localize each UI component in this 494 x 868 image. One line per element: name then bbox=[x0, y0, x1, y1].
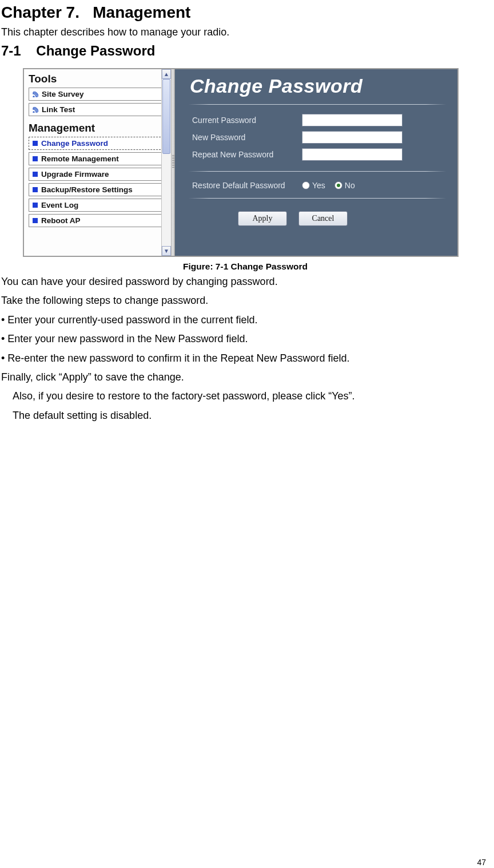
sidebar-item-site-survey[interactable]: Site Survey bbox=[29, 88, 166, 101]
body-p5: • Re-enter the new password to confirm i… bbox=[1, 352, 489, 365]
row-current-password: Current Password bbox=[175, 112, 457, 129]
square-icon bbox=[33, 187, 38, 192]
body-p7: Also, if you desire to restore to the fa… bbox=[1, 390, 489, 403]
row-repeat-password: Repeat New Password bbox=[175, 146, 457, 163]
content-pane: Change Password Current Password New Pas… bbox=[175, 69, 457, 256]
sidebar-pane: Tools Site Survey Link Test Management bbox=[24, 69, 172, 256]
label-restore-default: Restore Default Password bbox=[192, 181, 295, 190]
rss-icon bbox=[33, 107, 38, 113]
scroll-down-icon[interactable]: ▼ bbox=[162, 246, 171, 256]
radio-yes-wrap[interactable]: Yes bbox=[302, 181, 325, 190]
screenshot-figure: Tools Site Survey Link Test Management bbox=[23, 68, 459, 257]
scroll-up-icon[interactable]: ▲ bbox=[162, 69, 171, 79]
sidebar-item-backup-restore[interactable]: Backup/Restore Settings bbox=[29, 183, 166, 196]
sidebar-item-label: Backup/Restore Settings bbox=[41, 185, 133, 194]
input-new-password[interactable] bbox=[302, 131, 403, 144]
label-repeat-password: Repeat New Password bbox=[192, 150, 295, 159]
section-title: 7-1 Change Password bbox=[1, 43, 489, 59]
square-icon bbox=[33, 203, 38, 208]
sidebar-heading-tools: Tools bbox=[29, 73, 166, 85]
sidebar-item-upgrade-firmware[interactable]: Upgrade Firmware bbox=[29, 168, 166, 181]
sidebar-heading-management: Management bbox=[29, 122, 166, 134]
row-new-password: New Password bbox=[175, 129, 457, 146]
sidebar-item-label: Upgrade Firmware bbox=[41, 170, 109, 179]
sidebar-item-link-test[interactable]: Link Test bbox=[29, 103, 166, 116]
square-icon bbox=[33, 156, 38, 161]
radio-yes-label: Yes bbox=[312, 181, 325, 190]
radio-yes[interactable] bbox=[302, 181, 310, 189]
sidebar-item-label: Change Password bbox=[41, 139, 108, 148]
content-header: Change Password bbox=[175, 69, 457, 102]
apply-button[interactable]: Apply bbox=[238, 211, 287, 226]
figure-caption: Figure: 7-1 Change Password bbox=[1, 261, 489, 272]
input-current-password[interactable] bbox=[302, 114, 403, 126]
input-repeat-password[interactable] bbox=[302, 148, 403, 161]
radio-no-label: No bbox=[345, 181, 355, 190]
label-new-password: New Password bbox=[192, 133, 295, 142]
divider bbox=[189, 198, 446, 199]
divider bbox=[189, 171, 446, 172]
row-restore-default: Restore Default Password Yes No bbox=[175, 179, 457, 192]
sidebar-item-label: Event Log bbox=[41, 201, 78, 209]
body-p1: You can have your desired password by ch… bbox=[1, 275, 489, 288]
scroll-track[interactable] bbox=[162, 79, 171, 246]
sidebar-item-label: Remote Management bbox=[41, 154, 119, 163]
radio-no[interactable] bbox=[334, 181, 342, 189]
body-p3: • Enter your currently-used password in … bbox=[1, 314, 489, 327]
radio-no-wrap[interactable]: No bbox=[334, 181, 355, 190]
chapter-title: Chapter 7. Management bbox=[1, 3, 489, 22]
square-icon bbox=[33, 172, 38, 177]
scroll-thumb[interactable] bbox=[162, 79, 170, 154]
cancel-button[interactable]: Cancel bbox=[298, 211, 348, 226]
body-p2: Take the following steps to change passw… bbox=[1, 294, 489, 307]
square-icon bbox=[33, 141, 38, 146]
chapter-intro: This chapter describes how to manage you… bbox=[1, 26, 489, 38]
sidebar-scrollbar[interactable]: ▲ ▼ bbox=[161, 69, 171, 256]
sidebar-item-label: Site Survey bbox=[42, 90, 84, 98]
sidebar-item-event-log[interactable]: Event Log bbox=[29, 199, 166, 212]
page-number: 47 bbox=[477, 858, 486, 867]
square-icon bbox=[33, 218, 38, 223]
sidebar-item-change-password[interactable]: Change Password bbox=[29, 137, 166, 150]
body-p4: • Enter your new password in the New Pas… bbox=[1, 332, 489, 346]
rss-icon bbox=[33, 92, 38, 97]
sidebar-item-reboot-ap[interactable]: Reboot AP bbox=[29, 214, 166, 227]
body-p8: The default setting is disabled. bbox=[1, 409, 489, 422]
divider bbox=[189, 104, 446, 105]
sidebar-item-remote-management[interactable]: Remote Management bbox=[29, 152, 166, 165]
body-p6: Finally, click “Apply” to save the chang… bbox=[1, 371, 489, 384]
sidebar-item-label: Reboot AP bbox=[41, 216, 81, 225]
label-current-password: Current Password bbox=[192, 116, 295, 125]
sidebar-item-label: Link Test bbox=[42, 105, 75, 114]
